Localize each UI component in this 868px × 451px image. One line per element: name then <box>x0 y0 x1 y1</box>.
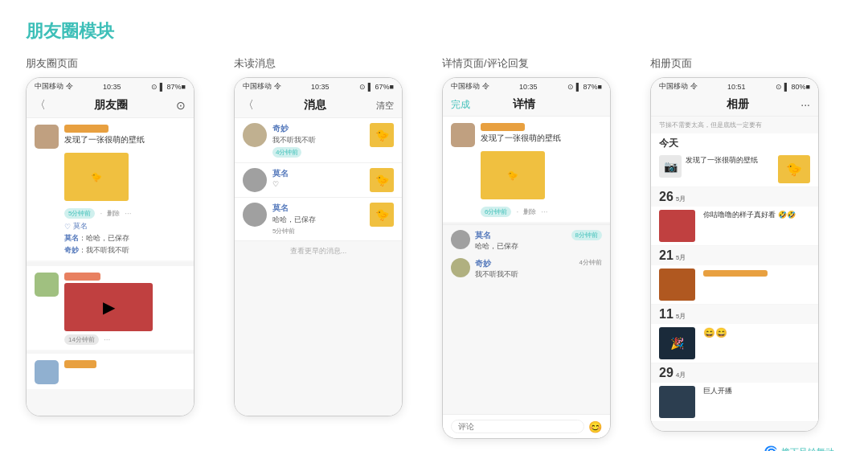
album-more-btn[interactable]: ··· <box>800 98 810 111</box>
detail-feed-text: 发现了一张很萌的壁纸 <box>481 133 602 144</box>
feed-item-1: 发现了一张很萌的壁纸 🐤 5分钟前 · 删除 ··· <box>27 118 194 260</box>
nav-title-3: 详情 <box>513 97 535 112</box>
detail-nav: 完成 详情 <box>443 93 610 117</box>
msg-avatar-3 <box>243 203 267 227</box>
status-icons-3: ⊙ ▌ 87%■ <box>567 83 602 91</box>
feed-image-wrap: 🐤 <box>64 153 186 201</box>
emoji-button[interactable]: 😊 <box>588 420 602 433</box>
album-row-26: 你咕噜噜的样子真好看 🤣🤣 <box>651 207 818 246</box>
msg-thumb-2: 🐤 <box>370 168 394 192</box>
feed-text-1: 发现了一张很萌的壁纸 <box>64 134 186 146</box>
feed-actions-1[interactable]: 5分钟前 · 删除 ··· <box>64 208 186 219</box>
msg-item-2: 莫名 ♡ 🐤 <box>235 163 402 198</box>
status-icons: ⊙ ▌ 87%■ <box>151 83 186 91</box>
phone-body-detail: 发现了一张很萌的壁纸 🐤 6分钟前 · 删除 ··· <box>443 117 610 414</box>
detail-feed-header: 发现了一张很萌的壁纸 <box>451 123 602 147</box>
comment-body-2: 奇妙 我不听我不听 <box>475 258 575 280</box>
status-icons-2: ⊙ ▌ 67%■ <box>359 83 394 91</box>
msg-thumb-3: 🐤 <box>370 203 394 227</box>
comment-input-bar[interactable]: 😊 <box>443 414 610 438</box>
album-row-29: 巨人开播 <box>651 383 818 422</box>
phone-nav-2: 〈 消息 清空 <box>235 93 402 118</box>
feed-content-2: ▶ <box>64 273 186 331</box>
msg-name-3: 莫名 <box>272 203 364 214</box>
action-dot: · <box>100 209 102 218</box>
feed-content-3 <box>64 360 186 370</box>
album-thumb-26 <box>659 210 695 242</box>
status-bar-2: 中国移动 令 10:35 ⊙ ▌ 67%■ <box>235 78 402 93</box>
duck-icon-4: 🐤 <box>375 208 389 221</box>
camera-icon[interactable]: ⊙ <box>176 99 186 112</box>
comment-row-1: 莫名：哈哈，已保存 <box>64 233 186 244</box>
nav-title: 朋友圈 <box>94 98 128 113</box>
feed-actions-2: 14分钟前 ··· <box>64 334 186 345</box>
time-tag-2: 14分钟前 <box>64 334 99 345</box>
phone-body-feed: 发现了一张很萌的壁纸 🐤 5分钟前 · 删除 ··· <box>27 118 194 416</box>
detail-feed-image: 🐤 <box>481 151 545 199</box>
status-carrier-3: 中国移动 令 <box>451 81 489 92</box>
album-day-26: 26 <box>659 190 674 204</box>
album-date-21: 21 5月 <box>651 246 818 265</box>
watermark: 🌀 檐下风铃舞动 <box>26 439 842 451</box>
feed-image-duck: 🐤 <box>64 153 129 201</box>
status-icons-4: ⊙ ▌ 80%■ <box>776 83 810 91</box>
back-icon[interactable]: 〈 <box>35 98 46 113</box>
comment-row-2: 奇妙：我不听我不听 <box>64 245 186 256</box>
album-thumb-11: 🎉 <box>659 327 695 359</box>
detail-comment-2: 奇妙 我不听我不听 4分钟前 <box>451 258 602 280</box>
status-carrier-2: 中国移动 令 <box>243 81 281 92</box>
status-bar-3: 中国移动 令 10:35 ⊙ ▌ 87%■ <box>443 78 610 93</box>
detail-time-tag: 6分钟前 <box>481 207 511 217</box>
album-today-thumb: 🐤 <box>778 155 810 183</box>
phone-body-messages: 奇妙 我不听我不听 4分钟前 🐤 莫名 ♡ <box>235 118 402 416</box>
phone-nav: 〈 朋友圈 ⊙ <box>27 93 194 118</box>
msg-text-3: 哈哈，已保存 <box>272 215 364 225</box>
see-more-text[interactable]: 查看更早的消息... <box>235 241 402 261</box>
msg-time-3: 5分钟前 <box>272 227 295 236</box>
page-container: 朋友圈模块 朋友圈页面 中国移动 令 10:35 ⊙ ▌ 87%■ 〈 朋友圈 … <box>0 0 868 451</box>
comment-name-detail-1: 莫名 <box>475 230 567 241</box>
album-row-today: 📷 发现了一张很萌的壁纸 🐤 <box>651 152 818 187</box>
album-thumb-21 <box>659 269 695 301</box>
detail-feed-item: 发现了一张很萌的壁纸 🐤 6分钟前 · 删除 ··· <box>443 117 610 222</box>
album-day-11: 11 <box>659 307 674 322</box>
detail-dot: · <box>516 207 518 216</box>
detail-dot-2: ··· <box>541 207 547 216</box>
comment-input-field[interactable] <box>451 420 584 433</box>
duck-icon-3: 🐤 <box>375 174 389 187</box>
detail-delete-btn[interactable]: 删除 <box>523 207 536 216</box>
detail-comment-1: 莫名 哈哈，已保存 8分钟前 <box>451 230 602 252</box>
comment-text-1: ：哈哈，已保存 <box>79 234 129 242</box>
detail-feed-actions[interactable]: 6分钟前 · 删除 ··· <box>481 207 602 217</box>
done-btn[interactable]: 完成 <box>451 98 470 112</box>
album-camera-icon: 📷 <box>659 155 682 178</box>
comment-time-1: 8分钟前 <box>571 230 602 240</box>
comment-body-1: 莫名 哈哈，已保存 <box>475 230 567 252</box>
detail-duck-emoji: 🐤 <box>507 170 518 181</box>
status-time: 10:35 <box>103 83 121 91</box>
album-today-text: 发现了一张很萌的壁纸 <box>686 155 774 166</box>
detail-name-bar <box>481 123 525 131</box>
action-dot-2: ··· <box>125 209 131 218</box>
msg-thumb-1: 🐤 <box>370 123 394 147</box>
album-text-29: 巨人开播 <box>699 386 810 396</box>
feed-header-1: 发现了一张很萌的壁纸 <box>35 125 186 149</box>
status-time-3: 10:35 <box>519 83 538 91</box>
name-bar-3 <box>64 360 96 368</box>
watermark-text: 檐下风铃舞动 <box>781 446 834 452</box>
nav-title-2: 消息 <box>304 98 326 113</box>
status-carrier-4: 中国移动 令 <box>659 81 698 92</box>
album-date-26: 26 5月 <box>651 187 818 207</box>
delete-btn[interactable]: 删除 <box>107 209 120 218</box>
back-icon-2[interactable]: 〈 <box>243 98 254 113</box>
clear-btn[interactable]: 清空 <box>376 100 394 112</box>
album-day-29: 29 <box>659 366 674 380</box>
feed-content-1: 发现了一张很萌的壁纸 <box>64 125 186 146</box>
section-label-detail: 详情页面/评论回复 <box>442 56 529 71</box>
phone-messages: 中国移动 令 10:35 ⊙ ▌ 67%■ 〈 消息 清空 奇妙 我不听我不 <box>234 77 403 416</box>
time-tag-teal: 5分钟前 <box>64 208 95 219</box>
msg-name-1: 奇妙 <box>272 123 364 134</box>
duck-emoji: 🐤 <box>91 172 102 182</box>
avatar-1 <box>35 125 59 149</box>
status-carrier: 中国移动 令 <box>35 81 73 92</box>
